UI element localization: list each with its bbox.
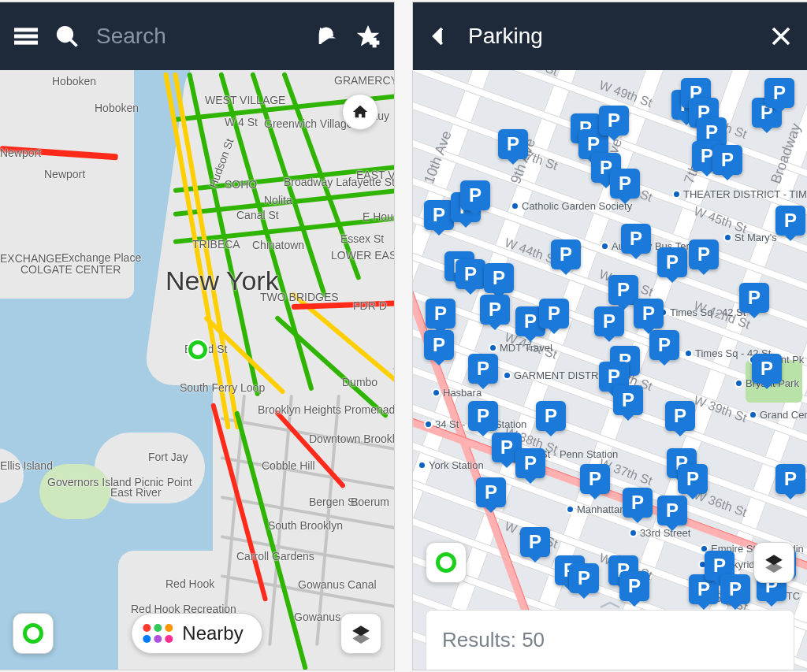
parking-pin[interactable]: P xyxy=(775,206,805,236)
map-label: South Ferry Loop xyxy=(180,381,265,394)
poi-dot xyxy=(489,343,497,352)
parking-pin[interactable]: P xyxy=(764,78,794,108)
parking-pin[interactable]: P xyxy=(720,574,750,604)
poi-dot xyxy=(749,410,757,419)
parking-pin[interactable]: P xyxy=(468,401,498,431)
directions-icon[interactable] xyxy=(315,24,339,48)
map-label: Greenwich Village xyxy=(264,117,353,130)
parking-pin[interactable]: P xyxy=(657,496,687,525)
left-topbar: Search xyxy=(0,2,394,70)
map-label: GRAMERCY xyxy=(334,74,394,87)
parking-pin[interactable]: P xyxy=(621,224,651,254)
svg-line-4 xyxy=(70,39,77,46)
parking-pin[interactable]: P xyxy=(657,247,687,277)
left-screenshot: Search xyxy=(0,2,394,670)
search-input[interactable]: Search xyxy=(96,24,298,49)
poi-label: St Mary's xyxy=(734,232,777,243)
parking-pin[interactable]: P xyxy=(515,448,545,478)
parking-pin[interactable]: P xyxy=(599,106,629,136)
map-label: COLGATE CENTER xyxy=(20,263,121,276)
map-label: Hoboken xyxy=(95,102,139,114)
map-label: Newport xyxy=(0,147,41,159)
map-label: Chinatown xyxy=(252,239,304,251)
parking-pin[interactable]: P xyxy=(580,464,610,494)
menu-icon[interactable] xyxy=(14,24,38,48)
locate-button[interactable] xyxy=(426,542,467,583)
parking-pin[interactable]: P xyxy=(739,283,769,313)
map-label: Cobble Hill xyxy=(262,459,315,472)
poi-label: THEATER DISTRICT - TIMES SQUARE xyxy=(683,188,807,200)
home-button[interactable] xyxy=(342,94,378,130)
poi-dot xyxy=(511,202,519,210)
parking-pin[interactable]: P xyxy=(665,401,695,431)
poi-label: Hasbara xyxy=(443,387,482,399)
back-icon[interactable] xyxy=(427,24,451,48)
parking-pin[interactable]: P xyxy=(569,563,599,593)
parking-pin[interactable]: P xyxy=(456,259,485,289)
nearby-grid-icon xyxy=(143,624,173,643)
svg-marker-13 xyxy=(765,562,783,573)
map-label: Exchange Place xyxy=(61,251,141,264)
poi-dot xyxy=(684,349,693,358)
map-label: East River xyxy=(110,486,162,499)
parking-pin[interactable]: P xyxy=(610,169,640,199)
poi-dot xyxy=(418,461,426,470)
map-label: Carroll Gardens xyxy=(236,550,314,562)
parking-pin[interactable]: P xyxy=(634,299,664,329)
parking-pin[interactable]: P xyxy=(476,477,506,507)
map-label: Ellis Island xyxy=(0,459,53,472)
parking-pin[interactable]: P xyxy=(649,330,679,360)
parking-pin[interactable]: P xyxy=(712,145,742,175)
parking-pin[interactable]: P xyxy=(424,330,454,360)
results-bar[interactable]: Results: 50 xyxy=(426,610,794,670)
poi-dot xyxy=(424,420,433,429)
parking-pin[interactable]: P xyxy=(480,295,510,325)
parking-pin[interactable]: P xyxy=(460,180,490,210)
layers-button[interactable] xyxy=(340,613,381,654)
parking-pin[interactable]: P xyxy=(678,464,708,494)
parking-pin[interactable]: P xyxy=(551,239,581,269)
svg-marker-9 xyxy=(352,633,370,644)
parking-pin[interactable]: P xyxy=(775,464,805,494)
parking-pin[interactable]: P xyxy=(539,299,569,329)
drag-handle-icon[interactable] xyxy=(596,600,624,611)
nearby-button[interactable]: Nearby xyxy=(131,613,262,654)
right-map[interactable]: 10th Ave9th Ave8th Ave7th AveBroadway W … xyxy=(413,70,807,670)
map-label: W 4 St xyxy=(225,116,258,128)
parking-pin[interactable]: P xyxy=(619,571,649,601)
map-label: SOHO xyxy=(225,178,257,191)
parking-pin[interactable]: P xyxy=(752,354,782,384)
map-label: Nolita xyxy=(264,194,292,206)
search-icon[interactable] xyxy=(55,24,79,48)
parking-pin[interactable]: P xyxy=(424,200,454,230)
parking-pin[interactable]: P xyxy=(623,488,653,518)
poi-dot xyxy=(601,242,609,251)
parking-pin[interactable]: P xyxy=(520,527,550,557)
close-icon[interactable] xyxy=(769,24,793,48)
parking-pin[interactable]: P xyxy=(498,129,528,159)
layers-button[interactable] xyxy=(753,542,794,583)
poi-label: MDT Travel xyxy=(500,342,552,354)
locate-button[interactable] xyxy=(13,613,54,654)
map-label: Newport xyxy=(44,168,85,180)
left-map[interactable]: New York HobokenNewportEXCHANGECOLGATE C… xyxy=(0,70,394,670)
parking-pin[interactable]: P xyxy=(594,306,624,336)
map-label: TRIBECA xyxy=(192,238,240,251)
map-label: FDR D xyxy=(353,299,387,312)
map-label: E Hous xyxy=(363,210,394,223)
parking-pin[interactable]: P xyxy=(468,354,498,384)
map-label: Dumbo xyxy=(342,376,377,388)
map-label: Broadway Lafayette St xyxy=(284,176,394,188)
poi-dot xyxy=(723,233,732,242)
parking-pin[interactable]: P xyxy=(536,401,566,431)
poi-dot xyxy=(629,529,638,537)
parking-pin[interactable]: P xyxy=(689,239,719,269)
parking-pin[interactable]: P xyxy=(484,263,514,293)
map-label: Boerum xyxy=(351,496,389,508)
star-icon[interactable] xyxy=(356,24,380,48)
poi-dot xyxy=(432,388,441,397)
nearby-label: Nearby xyxy=(182,622,243,644)
map-label: Downtown Brooklyn xyxy=(309,433,394,445)
parking-pin[interactable]: P xyxy=(426,299,456,329)
parking-pin[interactable]: P xyxy=(613,385,643,415)
